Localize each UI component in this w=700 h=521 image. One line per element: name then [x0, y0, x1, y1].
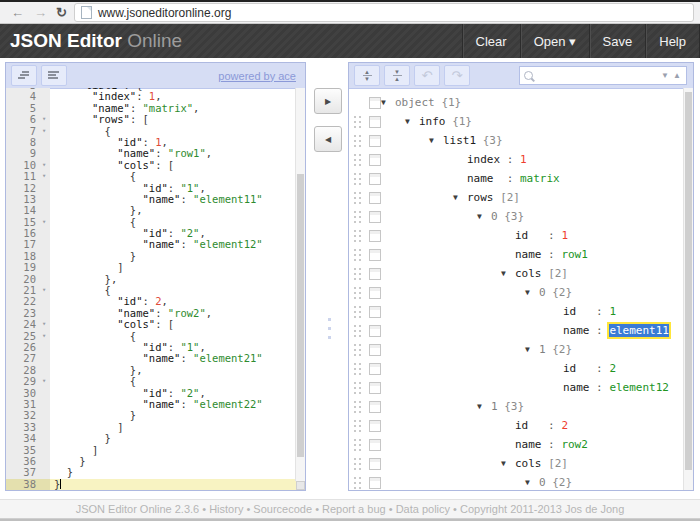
- expand-all-button[interactable]: ▲▼: [354, 65, 380, 86]
- context-menu-button[interactable]: [369, 420, 381, 432]
- refresh-icon[interactable]: ↻: [56, 6, 67, 19]
- code-to-tree-button[interactable]: ▶: [314, 88, 342, 114]
- field-name[interactable]: id: [563, 305, 590, 318]
- field-value[interactable]: row2: [561, 438, 588, 451]
- field-name[interactable]: id: [515, 229, 542, 242]
- format-button[interactable]: [11, 65, 37, 86]
- expand-toggle-icon[interactable]: ▼: [453, 193, 467, 202]
- editor-line[interactable]: 33 ]: [6, 422, 305, 433]
- fold-toggle-icon[interactable]: ▾: [38, 217, 50, 228]
- drag-handle-icon[interactable]: [354, 401, 362, 413]
- menu-save-button[interactable]: Save: [589, 24, 646, 58]
- fold-toggle-icon[interactable]: ▾: [38, 331, 50, 342]
- code-editor[interactable]: 3▾ "list1": {4 "index": 1,5 "name": "mat…: [6, 88, 305, 490]
- context-menu-button[interactable]: [369, 458, 381, 470]
- context-menu-button[interactable]: [369, 306, 381, 318]
- expand-toggle-icon[interactable]: ▼: [477, 212, 491, 221]
- context-menu-button[interactable]: [369, 230, 381, 242]
- drag-handle-icon[interactable]: [354, 420, 362, 432]
- url-text[interactable]: www.jsoneditoronline.org: [98, 6, 231, 20]
- drag-handle-icon[interactable]: [354, 306, 362, 318]
- drag-handle-icon[interactable]: [354, 344, 362, 356]
- field-name[interactable]: cols: [515, 457, 542, 470]
- field-name[interactable]: id: [515, 419, 542, 432]
- search-nav[interactable]: ▼ ▲: [661, 71, 682, 80]
- menu-open-button[interactable]: Open ▾: [520, 24, 589, 58]
- fold-toggle-icon[interactable]: ▾: [38, 114, 50, 125]
- context-menu-button[interactable]: [369, 325, 381, 337]
- footer-link[interactable]: History: [209, 503, 243, 515]
- editor-line[interactable]: 37 }: [6, 467, 305, 478]
- context-menu-button[interactable]: [369, 135, 381, 147]
- context-menu-button[interactable]: [369, 116, 381, 128]
- field-value-selected[interactable]: element11: [609, 324, 669, 337]
- editor-line[interactable]: 35 ]: [6, 445, 305, 456]
- undo-button[interactable]: ↶: [414, 65, 440, 86]
- expand-toggle-icon[interactable]: ▼: [501, 459, 515, 468]
- fold-toggle-icon[interactable]: ▾: [38, 171, 50, 182]
- context-menu-button[interactable]: [369, 249, 381, 261]
- search-next-icon[interactable]: ▼: [661, 71, 670, 80]
- editor-line[interactable]: 24▾ "cols": [: [6, 319, 305, 330]
- editor-line[interactable]: 14 },: [6, 205, 305, 216]
- footer-link[interactable]: Sourcecode: [253, 503, 312, 515]
- tree-to-code-button[interactable]: ◀: [314, 126, 342, 152]
- field-name[interactable]: name: [563, 381, 590, 394]
- drag-handle-icon[interactable]: [354, 211, 362, 223]
- footer-link[interactable]: Report a bug: [322, 503, 386, 515]
- editor-line[interactable]: 28 },: [6, 365, 305, 376]
- compact-button[interactable]: [41, 65, 67, 86]
- expand-toggle-icon[interactable]: ▼: [477, 402, 491, 411]
- field-value[interactable]: 1: [609, 305, 616, 318]
- expand-toggle-icon[interactable]: ▼: [525, 478, 539, 487]
- drag-handle-icon[interactable]: [354, 268, 362, 280]
- drag-handle-icon[interactable]: [354, 192, 362, 204]
- context-menu-button[interactable]: [369, 173, 381, 185]
- drag-handle-icon[interactable]: [354, 439, 362, 451]
- expand-toggle-icon[interactable]: ▼: [525, 288, 539, 297]
- powered-by-ace-link[interactable]: powered by ace: [218, 70, 296, 82]
- drag-handle-icon[interactable]: [354, 135, 362, 147]
- field-name[interactable]: list1: [443, 134, 476, 147]
- drag-handle-icon[interactable]: [354, 230, 362, 242]
- fold-toggle-icon[interactable]: ▾: [38, 319, 50, 330]
- forward-icon[interactable]: →: [34, 6, 47, 19]
- drag-handle-icon[interactable]: [354, 249, 362, 261]
- context-menu-button[interactable]: [369, 344, 381, 356]
- editor-line[interactable]: 10▾ "cols": [: [6, 160, 305, 171]
- context-menu-button[interactable]: [369, 287, 381, 299]
- drag-handle-icon[interactable]: [354, 287, 362, 299]
- drag-handle-icon[interactable]: [354, 363, 362, 375]
- editor-line[interactable]: 20 },: [6, 274, 305, 285]
- fold-toggle-icon[interactable]: ▾: [38, 126, 50, 137]
- field-name[interactable]: name: [467, 172, 500, 185]
- fold-toggle-icon[interactable]: ▾: [38, 376, 50, 387]
- expand-toggle-icon[interactable]: ▼: [381, 98, 395, 107]
- field-value[interactable]: matrix: [520, 172, 560, 185]
- menu-help-button[interactable]: Help: [645, 24, 700, 58]
- editor-line[interactable]: 31 "name": "element22": [6, 399, 305, 410]
- redo-button[interactable]: ↷: [444, 65, 470, 86]
- context-menu-button[interactable]: [369, 192, 381, 204]
- expand-toggle-icon[interactable]: ▼: [501, 269, 515, 278]
- context-menu-button[interactable]: [369, 363, 381, 375]
- drag-handle-icon[interactable]: [354, 458, 362, 470]
- editor-line[interactable]: 5 "name": "matrix",: [6, 103, 305, 114]
- editor-line[interactable]: 19 ]: [6, 262, 305, 273]
- panel-splitter-handle[interactable]: [328, 318, 332, 340]
- context-menu-button[interactable]: [369, 211, 381, 223]
- context-menu-button[interactable]: [369, 401, 381, 413]
- tree-scrollbar[interactable]: [683, 88, 693, 490]
- footer-link[interactable]: Data policy: [396, 503, 450, 515]
- expand-toggle-icon[interactable]: ▼: [525, 345, 539, 354]
- address-bar[interactable]: www.jsoneditoronline.org: [74, 3, 694, 22]
- drag-handle-icon[interactable]: [354, 382, 362, 394]
- field-name[interactable]: cols: [515, 267, 542, 280]
- field-value[interactable]: element12: [609, 381, 669, 394]
- context-menu-button[interactable]: [369, 382, 381, 394]
- field-value[interactable]: 2: [561, 419, 568, 432]
- drag-handle-icon[interactable]: [354, 173, 362, 185]
- field-name[interactable]: name: [515, 248, 542, 261]
- expand-toggle-icon[interactable]: ▼: [429, 136, 443, 145]
- field-name[interactable]: rows: [467, 191, 494, 204]
